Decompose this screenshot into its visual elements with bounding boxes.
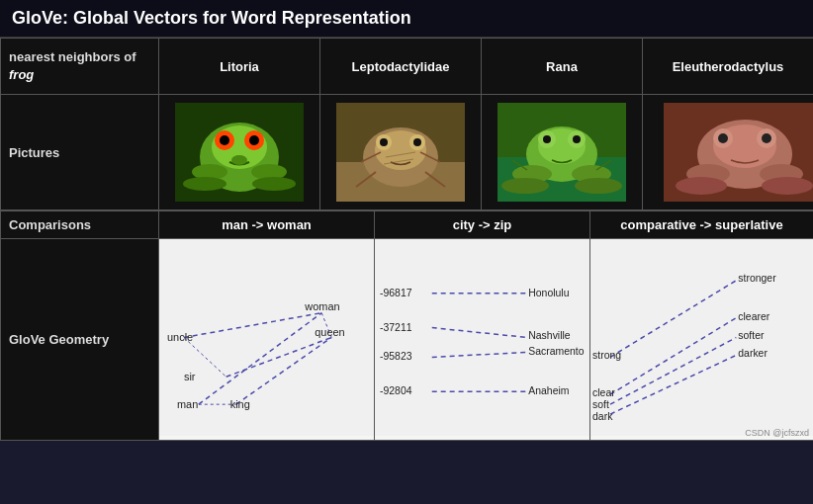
svg-text:clear: clear (592, 388, 615, 399)
neighbor-col-1: Litoria (159, 39, 320, 95)
svg-text:dark: dark (592, 411, 613, 422)
svg-text:-96817: -96817 (380, 288, 412, 298)
svg-point-46 (762, 133, 771, 143)
neighbor-col-4: Eleutherodactylus (643, 39, 814, 95)
city-zip-chart: -96817 -37211 -95823 -92804 Honolulu Nas… (375, 239, 590, 441)
pictures-label: Pictures (1, 95, 159, 210)
svg-point-33 (573, 135, 581, 143)
comp-col-3: comparative -> superlative (590, 211, 814, 239)
neighbors-label: nearest neighbors of frog (1, 39, 159, 95)
svg-text:softer: softer (738, 331, 765, 342)
frog-img-leptodactylidae (336, 103, 465, 202)
comp-col-1: man -> woman (159, 211, 375, 239)
svg-text:darker: darker (738, 349, 768, 360)
svg-text:queen: queen (315, 326, 344, 338)
frog-image-2 (320, 95, 482, 210)
svg-text:sir: sir (184, 372, 196, 383)
neighbors-table: nearest neighbors of frog Litoria Leptod… (0, 38, 813, 210)
svg-point-19 (413, 138, 421, 146)
comp-col-2: city -> zip (375, 211, 590, 239)
man-woman-chart: uncle woman queen sir man king (159, 239, 375, 441)
svg-point-32 (543, 135, 551, 143)
svg-text:-95823: -95823 (380, 352, 412, 363)
svg-text:-37211: -37211 (380, 322, 412, 333)
svg-point-36 (501, 178, 549, 194)
svg-point-45 (718, 133, 728, 143)
svg-text:clearer: clearer (738, 311, 769, 322)
svg-point-18 (380, 138, 388, 146)
page-title: GloVe: Global Vectors for Word Represent… (12, 8, 801, 29)
svg-point-5 (220, 135, 229, 145)
frog-image-1 (159, 95, 320, 210)
frog-img-litoria (175, 103, 304, 202)
svg-rect-78 (590, 239, 813, 436)
svg-text:woman: woman (304, 300, 339, 312)
geometry-label: GloVe Geometry (1, 239, 159, 441)
page-header: GloVe: Global Vectors for Word Represent… (0, 0, 813, 38)
svg-point-9 (183, 177, 226, 191)
frog-image-4 (643, 95, 814, 210)
svg-text:Nashville: Nashville (528, 331, 571, 342)
svg-text:Sacramento: Sacramento (528, 347, 584, 358)
svg-text:Honolulu: Honolulu (528, 288, 569, 298)
neighbor-col-3: Rana (482, 39, 643, 95)
svg-text:-92804: -92804 (380, 386, 412, 397)
svg-point-49 (676, 177, 727, 195)
svg-point-37 (575, 178, 622, 194)
neighbor-col-2: Leptodactylidae (320, 39, 482, 95)
svg-text:soft: soft (592, 400, 609, 411)
svg-text:Anaheim: Anaheim (528, 386, 569, 397)
comparative-superlative-chart: strong clear soft dark stronger clearer … (590, 239, 814, 441)
svg-point-10 (252, 177, 296, 191)
svg-text:man: man (177, 399, 198, 411)
comparisons-label: Comparisons (1, 211, 159, 239)
svg-text:strong: strong (592, 351, 621, 362)
watermark: CSDN @jcfszxd (745, 428, 809, 438)
frog-img-rana (497, 103, 626, 202)
svg-point-6 (249, 135, 259, 145)
svg-text:uncle: uncle (167, 332, 193, 344)
frog-img-eleutherodactylus (664, 103, 792, 202)
svg-point-11 (231, 155, 247, 165)
svg-point-50 (762, 177, 813, 195)
frog-image-3 (482, 95, 643, 210)
svg-text:stronger: stronger (738, 273, 776, 284)
comparisons-table: Comparisons man -> woman city -> zip com… (0, 210, 813, 441)
svg-text:king: king (230, 399, 250, 411)
